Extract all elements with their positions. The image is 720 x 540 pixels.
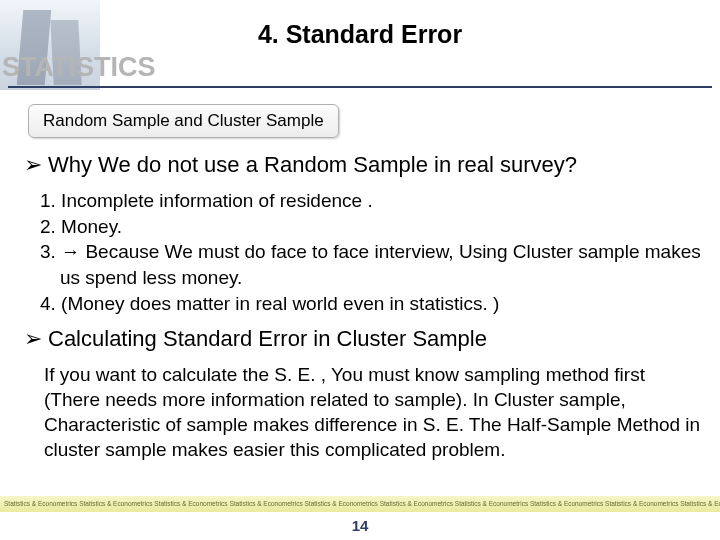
list-item: 1. Incomplete information of residence . bbox=[28, 188, 702, 214]
page-number: 14 bbox=[352, 517, 369, 534]
list-item: 2. Money. bbox=[28, 214, 702, 240]
title-underline bbox=[8, 86, 712, 88]
triangle-bullet-icon: ➢ bbox=[24, 326, 42, 351]
slide-title: 4. Standard Error bbox=[258, 20, 462, 49]
subsection-pill: Random Sample and Cluster Sample bbox=[28, 104, 339, 138]
section1-heading: ➢Why We do not use a Random Sample in re… bbox=[18, 152, 702, 178]
footer-band: Statistics & Econometrics Statistics & E… bbox=[0, 496, 720, 512]
section1-heading-text: Why We do not use a Random Sample in rea… bbox=[48, 152, 577, 177]
content-area: Random Sample and Cluster Sample ➢Why We… bbox=[0, 90, 720, 463]
section2-body: If you want to calculate the S. E. , You… bbox=[18, 362, 702, 462]
header: STATISTICS 4. Standard Error bbox=[0, 0, 720, 90]
statistics-label: STATISTICS bbox=[2, 52, 156, 83]
section2-heading: ➢Calculating Standard Error in Cluster S… bbox=[18, 326, 702, 352]
list-item: 4. (Money does matter in real world even… bbox=[28, 291, 702, 317]
triangle-bullet-icon: ➢ bbox=[24, 152, 42, 177]
section2-heading-text: Calculating Standard Error in Cluster Sa… bbox=[48, 326, 487, 351]
list-item: 3. → Because We must do face to face int… bbox=[28, 239, 702, 290]
